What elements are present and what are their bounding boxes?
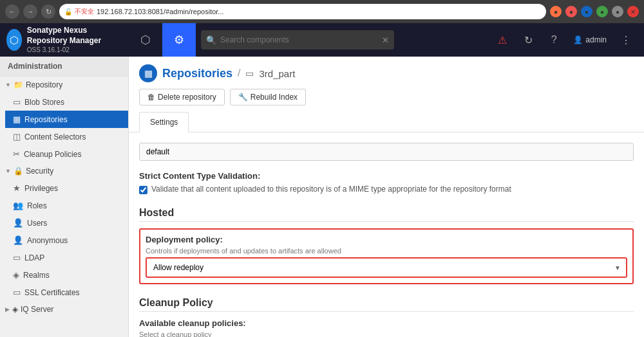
breadcrumb-separator: / (238, 68, 240, 79)
trash-icon: 🗑 (147, 93, 155, 102)
sidebar-item-users-label: Users (27, 219, 47, 228)
reload-button[interactable]: ↻ (41, 5, 55, 19)
sidebar-item-anonymous[interactable]: 👤 Anonymous (5, 232, 128, 249)
sidebar-group-repository-label: Repository (26, 80, 62, 89)
browser-icon-3[interactable]: ● (581, 6, 592, 17)
delete-repository-button[interactable]: 🗑 Delete repository (139, 89, 225, 105)
sidebar-item-ssl-label: SSL Certificates (24, 288, 80, 297)
deployment-policy-select-wrapper: Allow redeploy Disable redeploy Read-onl… (146, 257, 627, 278)
rebuild-index-button[interactable]: 🔧 Rebuild Index (230, 89, 306, 105)
refresh-icon[interactable]: ↻ (516, 28, 540, 51)
sidebar-group-security[interactable]: ▼ 🔒 Security (0, 163, 128, 179)
users-icon: 👤 (13, 218, 23, 228)
sidebar-item-blob-stores[interactable]: ▭ Blob Stores (5, 93, 128, 111)
security-group-icon: 🔒 (14, 167, 23, 176)
deployment-policy-box: Deployment policy: Controls if deploymen… (139, 228, 634, 284)
privileges-icon: ★ (13, 183, 21, 193)
strict-content-group: Strict Content Type Validation: Validate… (139, 171, 634, 194)
ldap-icon: ▭ (13, 253, 21, 262)
user-icon: 👤 (573, 35, 583, 44)
sidebar-item-privileges[interactable]: ★ Privileges (5, 179, 128, 197)
sidebar-item-content-selectors-label: Content Selectors (24, 132, 86, 141)
browser-icon-2[interactable]: ● (565, 6, 577, 17)
app-nav: ⬡ ⚙ (129, 23, 196, 57)
address-bar[interactable]: 🔓 不安全 192.168.72.103:8081/#admin/reposit… (59, 4, 546, 19)
sidebar-group-iq-server[interactable]: ▶ ◈ IQ Server (0, 301, 128, 318)
username: admin (585, 35, 607, 44)
sidebar-group-security-label: Security (26, 167, 53, 176)
sidebar-item-content-selectors[interactable]: ◫ Content Selectors (5, 128, 128, 145)
app-version: OSS 3.16.1-02 (27, 46, 122, 54)
cleanup-policy-hint: Select a cleanup policy (139, 331, 634, 337)
app-name: Sonatype Nexus Repository Manager (27, 26, 122, 46)
cleanup-policy-section: Available cleanup policies: Select a cle… (139, 318, 634, 337)
content-body: Strict Content Type Validation: Validate… (129, 132, 644, 337)
folder-icon: 📁 (14, 80, 23, 89)
strict-content-checkbox[interactable] (139, 186, 147, 194)
sidebar-item-anonymous-label: Anonymous (27, 236, 68, 245)
anonymous-icon: 👤 (13, 235, 23, 245)
deployment-policy-select[interactable]: Allow redeploy Disable redeploy Read-onl… (147, 259, 626, 277)
sidebar-group-iq-server-label: IQ Server (21, 305, 53, 314)
sidebar-item-cleanup-policies[interactable]: ✂ Cleanup Policies (5, 145, 128, 163)
breadcrumb-page: 3rd_part (259, 68, 295, 79)
sidebar-security-children: ★ Privileges 👥 Roles 👤 Users 👤 Anonymous… (0, 179, 128, 301)
content-area: ▦ Repositories / ▭ 3rd_part 🗑 Delete rep… (129, 57, 644, 337)
sidebar-item-ldap[interactable]: ▭ LDAP (5, 249, 128, 266)
sidebar-item-repositories-label: Repositories (24, 115, 68, 124)
browser-icon-1[interactable]: ● (550, 6, 562, 17)
blob-stores-icon: ▭ (13, 97, 21, 107)
back-button[interactable]: ← (5, 5, 19, 19)
search-icon: 🔍 (206, 35, 216, 45)
sidebar-repository-children: ▭ Blob Stores ▦ Repositories ◫ Content S… (0, 93, 128, 163)
delete-repository-label: Delete repository (158, 93, 216, 102)
deployment-policy-title: Deployment policy: (146, 235, 627, 244)
ssl-icon: ▭ (13, 287, 21, 297)
sidebar-item-realms-label: Realms (23, 271, 50, 280)
sidebar-group-repository[interactable]: ▼ 📁 Repository (0, 77, 128, 93)
sidebar-item-ssl-certificates[interactable]: ▭ SSL Certificates (5, 284, 128, 301)
browser-icon-4[interactable]: ● (596, 6, 608, 17)
hosted-section-heading: Hosted (139, 207, 634, 222)
repositories-icon: ▦ (13, 114, 21, 124)
tab-bar: Settings (139, 112, 634, 132)
search-bar[interactable]: 🔍 ✕ (201, 30, 394, 50)
rebuild-index-label: Rebuild Index (251, 93, 298, 102)
more-options-icon[interactable]: ⋮ (614, 28, 638, 51)
browser-icon-5[interactable]: ● (612, 6, 623, 17)
settings-nav-icon[interactable]: ⚙ (162, 23, 196, 57)
sidebar-item-privileges-label: Privileges (24, 184, 58, 193)
storage-input[interactable] (139, 143, 634, 161)
tab-settings[interactable]: Settings (139, 112, 189, 132)
sidebar-item-repositories[interactable]: ▦ Repositories (5, 111, 128, 128)
help-icon[interactable]: ? (542, 28, 565, 51)
cleanup-policy-title: Available cleanup policies: (139, 318, 634, 328)
cleanup-policies-icon: ✂ (13, 149, 20, 159)
action-bar: 🗑 Delete repository 🔧 Rebuild Index (139, 89, 634, 105)
search-input[interactable] (220, 35, 378, 44)
home-nav-icon[interactable]: ⬡ (129, 23, 162, 57)
close-button[interactable]: ✕ (627, 6, 639, 17)
sidebar-item-cleanup-policies-label: Cleanup Policies (24, 150, 81, 159)
app-logo: ⬡ Sonatype Nexus Repository Manager OSS … (0, 23, 129, 57)
sidebar-item-roles-label: Roles (27, 201, 47, 210)
wrench-icon: 🔧 (238, 93, 248, 102)
warning-icon[interactable]: ⚠ (491, 28, 514, 51)
sidebar: Administration ▼ 📁 Repository ▭ Blob Sto… (0, 57, 129, 337)
user-section[interactable]: 👤 admin (568, 35, 612, 44)
chevron-down-icon: ▼ (5, 82, 11, 88)
address-text: 192.168.72.103:8081/#admin/repositor... (97, 8, 224, 15)
breadcrumb-section: Repositories (162, 67, 232, 80)
storage-field-group (139, 143, 634, 161)
sidebar-item-blob-stores-label: Blob Stores (24, 98, 64, 107)
realms-icon: ◈ (13, 270, 19, 280)
breadcrumb-section-icon: ▦ (139, 64, 157, 82)
cleanup-policy-section-heading: Cleanup Policy (139, 297, 634, 312)
main-layout: Administration ▼ 📁 Repository ▭ Blob Sto… (0, 57, 644, 337)
clear-search-icon[interactable]: ✕ (382, 35, 389, 45)
security-warning: 不安全 (75, 7, 94, 16)
sidebar-item-roles[interactable]: 👥 Roles (5, 197, 128, 214)
forward-button[interactable]: → (23, 5, 37, 19)
sidebar-item-users[interactable]: 👤 Users (5, 214, 128, 232)
sidebar-item-realms[interactable]: ◈ Realms (5, 266, 128, 284)
